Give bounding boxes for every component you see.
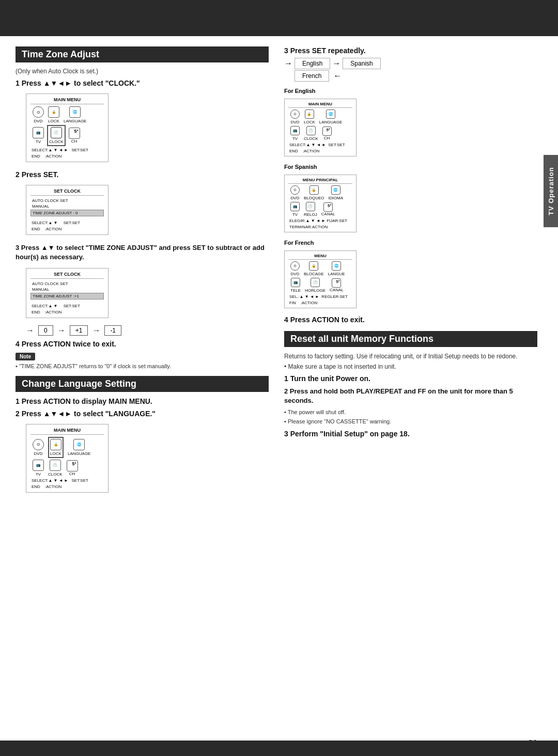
tv-icon-block: 📺 TV <box>33 127 44 144</box>
eng-icons-row: ⊙ DVD 🔒 LOCK 🌐 LANGUAGE <box>288 109 352 124</box>
arrow3: → <box>92 326 100 335</box>
eng-dvd: ⊙ DVD <box>290 109 300 124</box>
arrow2: → <box>57 326 66 335</box>
esp-tv: 📺 TV <box>290 202 300 217</box>
esp-dvd-icon: ⊙ <box>290 185 300 195</box>
time-zone-section-header: Time Zone Adjust <box>16 46 269 62</box>
lang-arrow2: → <box>332 59 340 68</box>
menu-select-line: SELECT:▲ ▼ ◄ ► SET:SET <box>30 148 104 152</box>
content-area: Time Zone Adjust (Only when Auto Clock i… <box>0 36 558 507</box>
cl-dvd: ⊙ <box>33 439 44 450</box>
eng-select: SELECT:▲ ▼ ◄ ► SET:SET <box>288 143 352 147</box>
top-bar <box>0 0 558 36</box>
cl-lock: 🔒 <box>50 439 61 450</box>
arrow-box-plus1: +1 <box>70 325 88 336</box>
fr-horloge: 🕐 HORLOGE <box>305 278 326 293</box>
fr-langue: 🌐 LANGUE <box>328 261 345 276</box>
manual-line: MANUAL <box>30 203 104 209</box>
eng-lang: 🌐 LANGUAGE <box>319 109 342 124</box>
set-clock-title2: SET CLOCK <box>30 272 104 279</box>
lang-flow: → English → Spanish French ← <box>284 58 537 83</box>
eng-row2: 📺 TV 🕐 CLOCK 5³ CH <box>288 126 352 141</box>
eng-menu-title: MAIN MENU <box>288 102 352 108</box>
step4-heading: 4 Press ACTION twice to exit. <box>16 340 269 348</box>
change-lang-menu-title: MAIN MENU <box>30 428 104 435</box>
eng-tv: 📺 TV <box>290 126 300 141</box>
change-lang-step2: 2 Press ▲▼◄► to select "LANGUAGE." <box>16 410 269 418</box>
reset-step1: 1 Turn the unit Power on. <box>284 374 537 383</box>
arrow-box-minus1: -1 <box>104 325 121 336</box>
cl-ch-icon: 5³ CH <box>67 460 78 476</box>
reset-bullet: • Make sure a tape is not inserted in un… <box>284 363 537 370</box>
main-menu-box-step1: MAIN MENU ⊙ DVD 🔒 LOCK 🌐 LANGUAGE <box>26 93 109 162</box>
eng-end: END :ACTION <box>288 149 352 153</box>
reset-step2: 2 Press and hold both PLAY/REPEAT and FF… <box>284 387 537 405</box>
num-icon-block: 5³ CH <box>69 128 80 144</box>
esp-canal: 5³ CANAL <box>321 202 335 216</box>
fr-horloge-icon: 🕐 <box>311 278 320 287</box>
main-menu-title: MAIN MENU <box>30 97 104 104</box>
for-french-label: For French <box>284 240 537 246</box>
menu-icons-row: ⊙ DVD 🔒 LOCK 🌐 LANGUAGE <box>30 106 104 123</box>
cl-clock-icon: 🕐 CLOCK <box>48 460 63 477</box>
eng-dvd-icon: ⊙ <box>290 109 300 119</box>
cl-lock-icon: 🔒 LOCK <box>48 437 64 458</box>
fr-dvd: ⊙ DVD <box>290 261 300 276</box>
fr-tele: 📺 TELE <box>290 278 301 293</box>
reset-bullet2: • Please ignore "NO CASSETTE" warning. <box>284 418 537 426</box>
step3-heading: 3 Press ▲▼ to select "TIME ZONE ADJUST" … <box>16 243 269 262</box>
esp-menu-title: MENU PRINCIPAL <box>288 178 352 184</box>
esp-row2: 📺 TV 🕐 RELOJ 5³ CANAL <box>288 202 352 217</box>
fr-blocage: 🔒 BLOCAGE <box>304 261 324 276</box>
change-lang-step1: 1 Press ACTION to display MAIN MENU. <box>16 397 269 405</box>
english-lang-box: English <box>295 58 330 69</box>
french-lang-box: French <box>295 70 329 82</box>
note-label: Note <box>16 353 35 360</box>
dvd-icon: ⊙ <box>33 106 44 118</box>
eng-lock: 🔒 LOCK <box>304 109 315 124</box>
fr-canal-icon: 5³ <box>332 278 341 288</box>
set-clock-select: SELECT:▲ ▼ SET:SET <box>30 220 104 225</box>
fr-end: FIN :ACTION <box>288 301 352 305</box>
reset-step3: 3 Perform "Initial Setup" on page 18. <box>284 430 537 438</box>
esp-end: TERMINAR:ACTION <box>288 225 352 229</box>
for-spanish-label: For Spanish <box>284 164 537 170</box>
menu-end-line: END :ACTION <box>30 154 104 159</box>
arrow1: → <box>26 326 34 335</box>
step2-heading: 2 Press SET. <box>16 170 269 179</box>
cl-dvd-icon: ⊙ DVD <box>33 439 44 456</box>
for-english-label: For English <box>284 88 537 94</box>
lang-flow-row1: → English → Spanish <box>284 58 381 69</box>
english-menu-box: MAIN MENU ⊙ DVD 🔒 LOCK 🌐 LANGUAGE <box>284 99 357 156</box>
spanish-lang-box: Spanish <box>343 58 380 69</box>
eng-lock-icon: 🔒 <box>305 109 314 119</box>
reset-bullet1: • The power will shut off. <box>284 408 537 416</box>
fr-tele-icon: 📺 <box>291 278 300 287</box>
time-zone-adjust0: TIME ZONE ADJUST : 0 <box>30 210 104 216</box>
fr-canal: 5³ CANAL <box>330 278 344 292</box>
eng-tv-icon: 📺 <box>290 126 300 135</box>
set-clock-end: END :ACTION <box>30 227 104 231</box>
fr-menu-title: MENU <box>288 254 352 260</box>
lang-flow-row2: French ← <box>284 70 342 82</box>
cl-tv: 📺 <box>33 460 44 471</box>
esp-idioma: 🌐 IDIOMA <box>329 185 343 200</box>
cl-clock: 🕐 <box>50 460 61 471</box>
fr-blocage-icon: 🔒 <box>309 261 318 271</box>
spanish-menu-box: MENU PRINCIPAL ⊙ DVD 🔒 BLOQUEO 🌐 IDIOMA <box>284 175 357 232</box>
lang-arrow1: → <box>284 59 292 68</box>
language-icon: 🌐 <box>69 106 81 118</box>
cl-tv-icon: 📺 TV <box>33 460 44 477</box>
cl-row2: 📺 TV 🕐 CLOCK 5³ CH <box>30 460 104 477</box>
fr-select: SEL.:▲ ▼ ◄ ► REGLER:SET <box>288 294 352 299</box>
bottom-bar <box>0 741 558 756</box>
language-icon-block: 🌐 LANGUAGE <box>64 106 86 123</box>
set-clock-box-step2: SET CLOCK AUTO CLOCK SET MANUAL TIME ZON… <box>26 185 109 235</box>
time-zone-subtitle: (Only when Auto Clock is set.) <box>16 68 269 75</box>
left-column: Time Zone Adjust (Only when Auto Clock i… <box>16 46 269 497</box>
auto-clock-set: AUTO CLOCK SET <box>30 198 104 203</box>
time-zone-adjust-plus: TIME ZONE ADJUST :+1 <box>30 293 104 300</box>
esp-idioma-icon: 🌐 <box>331 185 340 195</box>
french-menu-box: MENU ⊙ DVD 🔒 BLOCAGE 🌐 LANGUE <box>284 250 357 308</box>
right-step4-heading: 4 Press ACTION to exit. <box>284 316 537 324</box>
